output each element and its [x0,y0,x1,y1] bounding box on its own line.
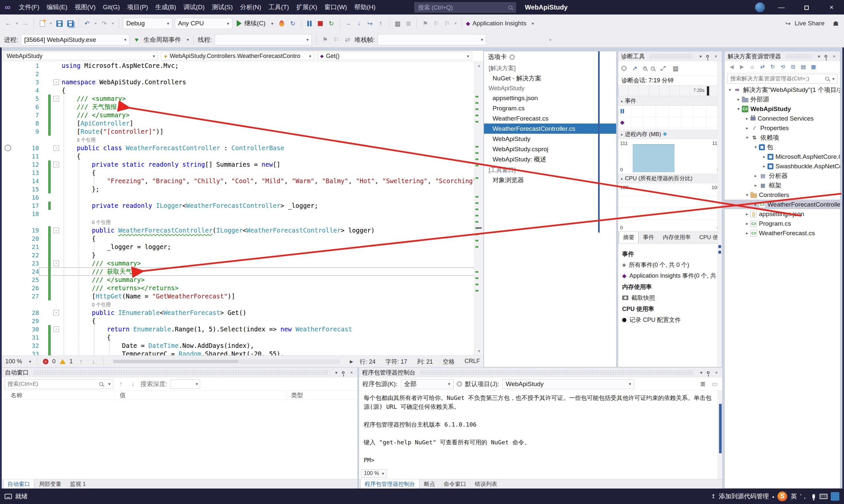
quick-search-input[interactable]: 搜索 (Ctrl+Q) [414,2,516,13]
events-section-header[interactable]: ▴事件 [618,96,722,106]
next-bookmark-icon[interactable]: ⚐ [443,18,451,29]
editor-zoom-caret[interactable]: ▾ [29,359,31,364]
window-position-caret[interactable]: ▾ [698,370,704,375]
tabs-panel-scrollbar[interactable] [598,51,600,233]
expander-icon[interactable]: ▸ [752,183,759,188]
chart-options-icon[interactable]: ▥ [671,65,680,72]
menu-item-1[interactable]: 编辑(E) [43,0,71,15]
default-project-combo[interactable]: WebApiStudy▾ [502,379,634,389]
tree-item[interactable]: ▸▤分析器 [725,171,840,181]
timeline-ruler[interactable]: 7:20s [618,85,722,96]
stop-debugging-icon[interactable] [316,18,325,29]
code-line-1[interactable]: 1using Microsoft.AspNetCore.Mvc; [2,61,483,70]
expander-icon[interactable]: ▸ [752,202,759,207]
fold-marker[interactable]: - [53,228,59,233]
code-area[interactable]: 1using Microsoft.AspNetCore.Mvc;23-names… [2,61,483,356]
code-line-5[interactable]: 5- /// <summary> [2,94,483,103]
ime-toolbox-icon[interactable] [831,492,839,501]
expander-icon[interactable]: ▾ [735,106,742,111]
code-line-6[interactable]: 6 /// 天气预报 [2,103,483,111]
tree-item[interactable]: ▾Controllers [725,190,840,200]
menu-item-6[interactable]: 调试(D) [180,0,208,15]
autos-tab[interactable]: 自动窗口 [3,479,34,489]
gear-icon[interactable] [510,55,515,60]
restart-app-icon[interactable]: ↻ [289,18,297,29]
expander-icon[interactable]: ▾ [744,135,751,140]
lifecycle-events-caret[interactable]: ▾ [187,37,189,42]
solution-platform-combo[interactable]: Any CPU▾ [175,18,232,29]
scroll-down-icon[interactable]: ▼ [475,347,483,356]
expander-icon[interactable]: ▸ [761,154,768,159]
pin-icon[interactable] [707,371,709,374]
tabs-item[interactable]: WeatherForecastController.cs [484,124,616,134]
prev-result-icon[interactable]: ↑ [117,378,125,390]
show-next-statement-icon[interactable]: → [344,18,352,29]
bookmark-icon[interactable]: ⚑ [421,18,430,29]
solution-search-input[interactable] [730,75,825,82]
codelens-references[interactable]: 0 个引用 [39,218,111,226]
pmc-tab[interactable]: 错误列表 [471,479,501,489]
break-all-icon[interactable] [305,18,314,29]
editor-vertical-scrollbar[interactable]: ▲ ▼ [474,61,483,356]
application-insights-caret[interactable]: ▾ [532,21,534,26]
memory-section-header[interactable]: ▴进程内存 (MB) [618,129,722,139]
step-over-icon[interactable]: ↪ [366,18,374,29]
home-icon[interactable]: ⌂ [748,62,757,71]
package-source-settings-icon[interactable] [457,381,462,386]
code-line-21[interactable]: 21 _logger = logger; [2,243,483,251]
pmc-tab[interactable]: 命令窗口 [440,479,470,489]
close-icon[interactable]: × [713,54,719,59]
tabs-item[interactable]: WeatherForecast.cs [484,113,616,124]
soft-keyboard-icon[interactable] [820,494,828,499]
diagnostics-tab[interactable]: 内存使用率 [658,232,695,243]
zoom-out-icon[interactable] [651,67,655,71]
restart-debugging-icon[interactable]: ↻ [327,18,335,29]
save-all-icon[interactable] [66,18,74,29]
toolbar-overflow-caret[interactable]: ▾ [548,34,552,46]
code-line-23[interactable]: 23- /// <summary> [2,259,483,268]
save-icon[interactable] [55,18,64,29]
codelens-references[interactable]: 0 个引用 [39,301,111,309]
pin-icon[interactable] [706,55,709,58]
column-header-0[interactable]: 名称 [2,391,116,399]
live-share-label[interactable]: Live Share [795,20,825,27]
background-tasks-icon[interactable] [5,494,12,499]
app-insights-events-item[interactable]: ◆ Application Insights 事件(0 个, 共 0 个) [622,272,718,280]
process-combo[interactable]: [35664] WebApiStudy.exe▾ [21,34,130,46]
code-line-22[interactable]: 22 } [2,251,483,259]
project-dropdown[interactable]: WebApiStudy▾ [4,52,158,60]
application-insights-label[interactable]: Application Insights [472,20,527,27]
take-snapshot-item[interactable]: 截取快照 [622,294,718,302]
code-line-7[interactable]: 7 /// </summary> [2,111,483,119]
menu-item-0[interactable]: 文件(F) [15,0,43,15]
menu-item-3[interactable]: Git(G) [99,0,124,15]
code-line-12[interactable]: 12- private static readonly string[] Sum… [2,160,483,169]
prev-issue-icon[interactable]: ↑ [77,358,85,365]
tabs-item[interactable]: appsettings.json [484,93,616,103]
close-icon[interactable]: × [348,370,355,375]
code-line-11[interactable]: 11 { [2,152,483,160]
type-dropdown[interactable]: ◈ WebApiStudy.Controllers.WeatherForecas… [161,52,314,60]
add-to-source-control-label[interactable]: 添加到源代码管理 [719,492,769,501]
column-header-2[interactable]: 类型 [287,391,357,399]
microphone-icon[interactable] [812,494,815,499]
code-line-26[interactable]: 26 /// <returns></returns> [2,284,483,292]
horizontal-scrollbar[interactable] [113,359,340,364]
fold-marker[interactable]: - [53,326,59,332]
menu-item-9[interactable]: 工具(T) [265,0,292,15]
tabs-item[interactable]: NuGet - 解决方案 [484,73,616,83]
ime-language-icon[interactable]: 英 [791,492,797,501]
minimize-button[interactable]: — [769,0,794,15]
code-line-29[interactable]: 29 { [2,317,483,325]
diagnostics-scrollbar[interactable] [718,61,722,367]
codelens-row[interactable]: 0 个引用 [2,301,483,309]
code-line-20[interactable]: 20 { [2,235,483,243]
code-line-32[interactable]: 32 Date = DateTime.Now.AddDays(index), [2,342,483,350]
properties-icon[interactable]: ▦ [809,62,818,71]
unflag-threads-icon[interactable]: ⚐ [332,34,341,46]
record-cpu-item[interactable]: 记录 CPU 配置文件 [622,316,718,324]
expander-icon[interactable]: ▾ [727,87,733,92]
code-line-19[interactable]: 19- public WeatherForecastController(ILo… [2,226,483,235]
immediate-window-icon[interactable]: ≣ [404,18,413,29]
code-line-18[interactable]: 18 [2,210,483,218]
